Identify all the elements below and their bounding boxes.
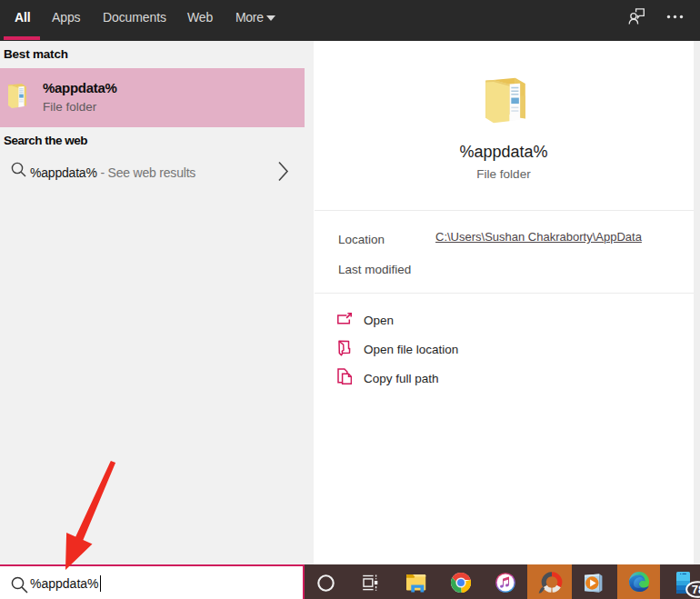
svg-text:78: 78 xyxy=(692,583,700,596)
